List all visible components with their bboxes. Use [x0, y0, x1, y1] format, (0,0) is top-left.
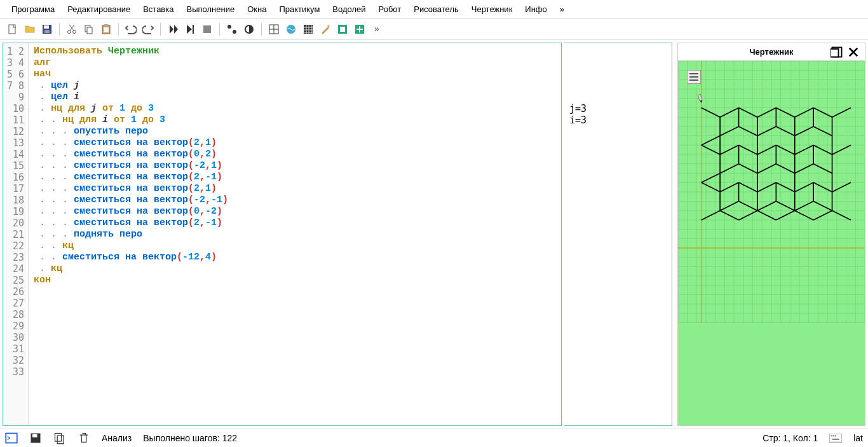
hamburger-icon[interactable]: [687, 70, 701, 84]
svg-line-77: [702, 108, 720, 118]
svg-line-101: [702, 173, 720, 182]
svg-line-108: [757, 145, 776, 155]
keyboard-icon[interactable]: [829, 432, 842, 444]
maximize-icon[interactable]: [831, 46, 843, 58]
menu-рисователь[interactable]: Рисователь: [407, 3, 465, 16]
menu-робот[interactable]: Робот: [372, 3, 408, 16]
svg-line-85: [739, 108, 757, 118]
insert2-icon[interactable]: [352, 22, 367, 37]
svg-line-137: [776, 202, 794, 211]
menu-редактирование[interactable]: Редактирование: [61, 3, 137, 16]
svg-rect-161: [32, 434, 37, 437]
svg-text:»: »: [374, 24, 379, 34]
output-panel: j=3 i=3: [564, 43, 672, 426]
steps-label: Выполнено шагов: 122: [143, 433, 237, 443]
toggle2-icon[interactable]: [241, 22, 257, 37]
analyze-label[interactable]: Анализ: [102, 433, 132, 443]
svg-rect-166: [833, 436, 834, 437]
paste-icon[interactable]: [98, 22, 114, 37]
menu-практикум[interactable]: Практикум: [273, 3, 326, 16]
grid1-icon[interactable]: [266, 22, 281, 37]
copy-icon[interactable]: [81, 22, 97, 37]
save-status-icon[interactable]: [29, 432, 42, 444]
drawing-panel: Чертежник: [677, 43, 865, 426]
svg-line-107: [739, 145, 757, 155]
water-icon[interactable]: [283, 22, 299, 37]
svg-line-89: [776, 127, 794, 136]
svg-rect-163: [57, 436, 64, 444]
drawing-canvas[interactable]: [678, 61, 865, 425]
svg-point-13: [227, 25, 231, 29]
menu-вставка[interactable]: Вставка: [137, 3, 180, 16]
grid2-icon[interactable]: [301, 22, 316, 37]
svg-line-138: [757, 202, 776, 211]
svg-rect-24: [831, 49, 839, 57]
svg-line-152: [739, 210, 757, 220]
main-area: 1 2 3 4 5 6 7 8 9 10 11 12 13 14 15 16 1…: [0, 40, 868, 429]
more-icon[interactable]: »: [369, 22, 384, 37]
svg-rect-167: [835, 436, 836, 437]
menu-окна[interactable]: Окна: [241, 3, 273, 16]
save-file-icon[interactable]: [39, 22, 55, 37]
svg-rect-12: [203, 25, 211, 33]
svg-line-103: [739, 164, 757, 174]
undo-icon[interactable]: [123, 22, 139, 37]
cut-icon[interactable]: [64, 22, 79, 37]
menu-программа[interactable]: Программа: [5, 3, 61, 16]
svg-rect-159: [6, 434, 17, 443]
run-icon[interactable]: [165, 22, 180, 37]
close-icon[interactable]: [847, 46, 860, 58]
svg-line-135: [776, 182, 794, 192]
svg-line-117: [813, 164, 832, 174]
toggle1-icon[interactable]: [224, 22, 240, 37]
toolbar: »: [0, 19, 868, 40]
new-file-icon[interactable]: [5, 22, 20, 37]
svg-line-143: [813, 202, 832, 211]
menu-bar: ПрограммаРедактированиеВставкаВыполнение…: [0, 0, 868, 19]
svg-line-131: [720, 182, 738, 192]
svg-rect-10: [104, 27, 109, 32]
redo-icon[interactable]: [140, 22, 156, 37]
cursor-pos: Стр: 1, Кол: 1: [763, 433, 818, 443]
svg-line-125: [702, 182, 720, 192]
menu-инфо[interactable]: Инфо: [519, 3, 553, 16]
menu-водолей[interactable]: Водолей: [326, 3, 372, 16]
svg-rect-0: [9, 25, 15, 34]
menu-выполнение[interactable]: Выполнение: [180, 3, 241, 16]
svg-line-112: [757, 164, 776, 174]
menu-»[interactable]: »: [553, 3, 571, 16]
menu-чертежник[interactable]: Чертежник: [465, 3, 519, 16]
stop-icon[interactable]: [200, 22, 215, 37]
svg-line-154: [776, 210, 794, 220]
svg-line-83: [720, 108, 738, 118]
copy-status-icon[interactable]: [53, 432, 66, 444]
svg-rect-3: [44, 30, 50, 33]
svg-line-93: [813, 108, 832, 118]
svg-line-134: [757, 182, 776, 192]
svg-line-87: [776, 108, 794, 118]
delete-status-icon[interactable]: [78, 432, 90, 444]
svg-line-140: [795, 182, 813, 192]
svg-point-5: [73, 31, 76, 34]
svg-line-133: [739, 182, 757, 192]
svg-line-146: [832, 182, 851, 192]
svg-line-129: [739, 202, 757, 211]
open-file-icon[interactable]: [22, 22, 37, 37]
svg-line-98: [832, 108, 851, 118]
keyboard-layout[interactable]: lat: [853, 433, 863, 443]
svg-line-128: [720, 202, 738, 211]
insert1-icon[interactable]: [335, 22, 350, 37]
svg-line-141: [813, 182, 832, 192]
svg-rect-7: [87, 27, 92, 34]
svg-line-118: [795, 164, 813, 174]
svg-line-102: [720, 164, 738, 174]
svg-line-92: [795, 108, 813, 118]
step-icon[interactable]: [182, 22, 198, 37]
terminal-icon[interactable]: [5, 432, 18, 444]
svg-line-153: [757, 210, 776, 220]
code-editor[interactable]: Использовать Чертежникалгнач . цел j . ц…: [29, 43, 561, 425]
svg-line-114: [795, 145, 813, 155]
svg-line-86: [757, 108, 776, 118]
wizard-icon[interactable]: [318, 22, 333, 37]
svg-line-157: [832, 210, 851, 220]
